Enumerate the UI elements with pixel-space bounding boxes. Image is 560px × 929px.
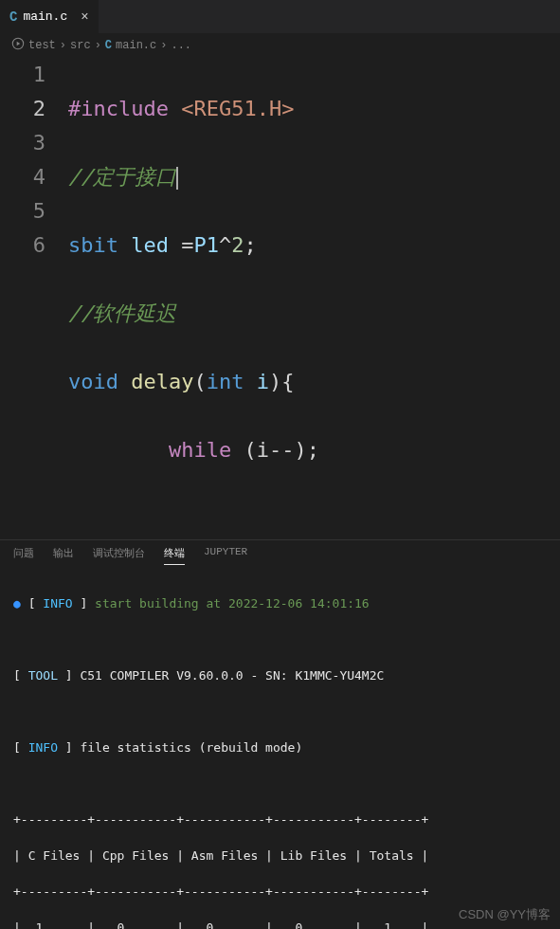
token-var: led: [131, 233, 169, 257]
term-text: ]: [73, 596, 95, 610]
token-type: int: [207, 370, 244, 393]
term-text: ]: [58, 740, 80, 755]
tab-terminal[interactable]: 终端: [164, 546, 185, 565]
term-text: file statistics (rebuild mode): [80, 740, 302, 755]
token-indent: [68, 438, 169, 462]
breadcrumb-test[interactable]: test: [28, 39, 56, 52]
token-keyword: while: [169, 438, 231, 462]
panel-tabs: 问题 输出 调试控制台 终端 JUPYTER: [0, 540, 560, 571]
breadcrumb: test › src › C main.c › ...: [0, 33, 560, 58]
code-content[interactable]: #include <REG51.H> //定于接口 sbit led =P1^2…: [68, 58, 560, 536]
token-op: ): [269, 370, 281, 393]
token-op: {: [281, 370, 294, 393]
tab-jupyter[interactable]: JUPYTER: [204, 546, 247, 565]
terminal-output[interactable]: ● [ INFO ] start building at 2022-12-06 …: [0, 571, 560, 929]
chevron-right-icon: ›: [95, 39, 101, 52]
term-text: start building at 2022-12-06 14:01:16: [95, 596, 370, 610]
line-gutter: 1 2 3 4 5 6: [0, 58, 68, 536]
line-number: 6: [0, 228, 45, 263]
line-number: 1: [0, 58, 45, 92]
bottom-panel: 问题 输出 调试控制台 终端 JUPYTER ● [ INFO ] start …: [0, 539, 560, 929]
token-include: #include: [68, 97, 169, 120]
c-file-icon: C: [105, 39, 112, 52]
code-editor[interactable]: 1 2 3 4 5 6 #include <REG51.H> //定于接口 sb…: [0, 58, 560, 539]
line-number: 5: [0, 194, 45, 228]
term-text: ]: [58, 668, 80, 683]
tab-problems[interactable]: 问题: [13, 546, 34, 565]
term-text: TOOL: [28, 668, 58, 683]
token-keyword: sbit: [68, 233, 118, 257]
tab-main-c[interactable]: C main.c ×: [0, 0, 99, 33]
term-text: C51 COMPILER V9.60.0.0 - SN: K1MMC-YU4M2…: [80, 668, 384, 683]
token-op: ^: [219, 233, 231, 257]
chevron-right-icon: ›: [60, 39, 66, 52]
close-icon[interactable]: ×: [81, 9, 88, 25]
term-text: [: [13, 740, 28, 755]
token-op: =: [169, 233, 194, 257]
tab-filename: main.c: [23, 9, 67, 24]
token-header: <REG51.H>: [181, 97, 294, 120]
line-number: 3: [0, 126, 45, 160]
term-text: | C Files | Cpp Files | Asm Files | Lib …: [13, 847, 547, 865]
token-type: void: [68, 370, 118, 393]
term-text: INFO: [43, 596, 72, 610]
tab-bar: C main.c ×: [0, 0, 560, 33]
chevron-right-icon: ›: [160, 39, 167, 52]
token-comment: //定于接口: [68, 165, 177, 189]
token-op: (: [193, 370, 206, 393]
term-text: INFO: [28, 740, 58, 755]
line-number: 2: [0, 92, 45, 126]
term-text: [: [13, 668, 28, 683]
token-fn: delay: [131, 370, 193, 393]
breadcrumb-more[interactable]: ...: [171, 39, 191, 52]
token-var: P1: [193, 233, 219, 257]
token-op: (i--);: [244, 438, 318, 462]
token-op: ;: [244, 233, 256, 257]
term-text: +---------+-----------+-----------+-----…: [13, 883, 547, 901]
bullet-icon: ●: [13, 596, 28, 610]
breadcrumb-src[interactable]: src: [70, 39, 91, 52]
c-file-icon: C: [9, 9, 17, 25]
text-cursor: [176, 167, 178, 190]
token-comment: //软件延迟: [68, 301, 177, 325]
watermark: CSDN @YY博客: [459, 906, 551, 923]
breadcrumb-file[interactable]: main.c: [116, 39, 156, 52]
tab-debug-console[interactable]: 调试控制台: [93, 546, 145, 565]
tab-output[interactable]: 输出: [53, 546, 74, 565]
term-text: [: [28, 596, 44, 610]
play-icon[interactable]: [11, 37, 25, 54]
line-number: 4: [0, 160, 45, 194]
token-var: i: [257, 370, 269, 393]
token-num: 2: [231, 233, 244, 257]
term-text: +---------+-----------+-----------+-----…: [13, 811, 547, 829]
